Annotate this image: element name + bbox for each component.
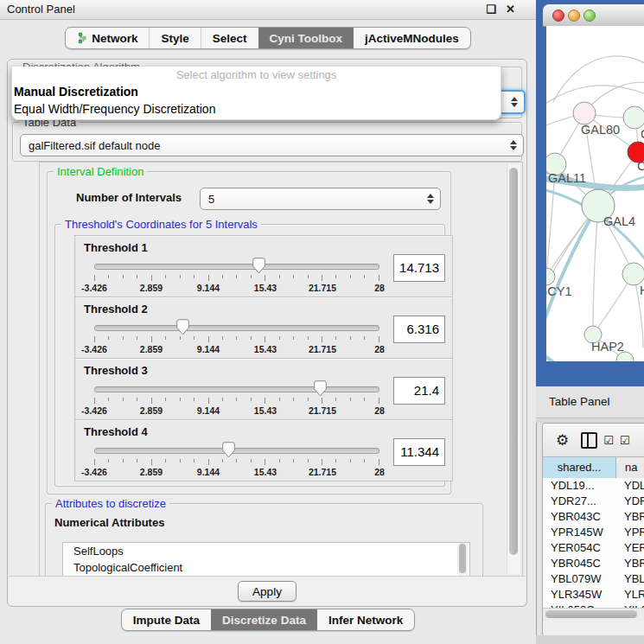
network-canvas[interactable]: GAL80GACGAL11GAL4GCY1HHAP2 [546, 26, 644, 361]
cell-name: YLR3 [615, 587, 644, 603]
tick-mark [94, 336, 95, 342]
threshold-slider[interactable]: -3.4262.8599.14415.4321.71528 [94, 257, 379, 295]
slider-thumb-icon[interactable] [176, 319, 189, 335]
column-header-name[interactable]: na [616, 457, 644, 479]
threshold-slider[interactable]: -3.4262.8599.14415.4321.71528 [94, 318, 379, 356]
table-row[interactable]: YDL19...YDL1 [543, 478, 644, 494]
zoom-traffic-light-icon[interactable] [583, 10, 596, 22]
scale-label: 2.859 [140, 344, 163, 354]
tick-mark [308, 459, 309, 462]
numerical-attributes-list[interactable]: SelfLoopsTopologicalCoefficientBetweenne… [62, 542, 470, 578]
slider-track[interactable] [94, 325, 379, 331]
table-row[interactable]: YBL079WYBL0 [543, 571, 644, 587]
dropdown-item[interactable]: Equal Width/Frequency Discretization [12, 100, 501, 118]
attribute-list-item[interactable]: TopologicalCoefficient [63, 559, 469, 576]
tick-mark [123, 398, 124, 401]
threshold-value-box[interactable]: 14.713 [393, 254, 445, 282]
bottom-tab-discretize-data[interactable]: Discretize Data [211, 609, 317, 630]
cyni-toolbox-panel: Discretization Algorithm Table Data galF… [7, 59, 527, 607]
table-row[interactable]: YDR27...YDR2 [543, 494, 644, 509]
number-of-intervals-combobox[interactable]: 5 [200, 188, 441, 210]
combo-stepper-icon[interactable] [427, 194, 434, 204]
tick-mark [165, 336, 166, 340]
threshold-slider[interactable]: -3.4262.8599.14415.4321.71528 [94, 441, 379, 479]
tab-network[interactable]: Network [66, 28, 149, 48]
threshold-slider[interactable]: -3.4262.8599.14415.4321.71528 [94, 379, 379, 418]
tab-style[interactable]: Style [149, 28, 200, 48]
tab-cyni-toolbox[interactable]: Cyni Toolbox [258, 28, 354, 48]
network-node[interactable] [623, 106, 644, 129]
tick-mark [108, 398, 109, 401]
gear-icon[interactable]: ⚙ [556, 431, 569, 450]
slider-track[interactable] [94, 448, 379, 454]
tick-mark [251, 459, 252, 462]
scale-label: -3.426 [81, 283, 107, 293]
tick-mark [350, 398, 351, 401]
bottom-tab-label: Infer Network [328, 614, 403, 627]
tick-mark [180, 275, 181, 278]
bottom-tab-strip: Impute DataDiscretize DataInfer Network [121, 609, 415, 631]
scale-label: 2.859 [140, 405, 163, 416]
float-window-icon[interactable]: ❑ [486, 0, 496, 19]
apply-button[interactable]: Apply [238, 581, 296, 602]
apply-strip: Apply [9, 576, 526, 606]
tab-select[interactable]: Select [201, 28, 258, 48]
tick-mark [123, 459, 124, 462]
tick-mark [379, 459, 379, 465]
scale-label: 2.859 [140, 283, 163, 293]
checkbox-checked-icon[interactable]: ☑ [620, 434, 630, 447]
table-row[interactable]: YBR045CYBR0 [543, 556, 644, 571]
threshold-label: Threshold 4 [84, 425, 148, 438]
close-traffic-light-icon[interactable] [552, 10, 564, 22]
cell-name: YER0 [615, 540, 644, 556]
table-row[interactable]: YLR345WYLR3 [543, 587, 644, 603]
slider-thumb-icon[interactable] [222, 442, 235, 458]
pane-scrollbar[interactable] [507, 164, 520, 574]
attribute-list-item[interactable]: SelfLoops [63, 543, 469, 559]
network-node[interactable] [573, 102, 596, 124]
bottom-tab-infer-network[interactable]: Infer Network [317, 609, 414, 630]
tick-mark [279, 459, 280, 462]
threshold-value-box[interactable]: 6.316 [393, 316, 445, 343]
bottom-tab-impute-data[interactable]: Impute Data [122, 609, 211, 630]
split-view-icon[interactable] [581, 432, 597, 449]
table-horizontal-scrollbar[interactable] [543, 608, 644, 621]
combo-stepper-icon[interactable] [511, 97, 518, 107]
slider-track[interactable] [94, 264, 379, 270]
tick-mark [194, 336, 194, 340]
scale-label: 28 [374, 344, 385, 354]
table-header-row: shared... na [543, 456, 644, 480]
dropdown-item[interactable]: Manual Discretization [12, 83, 501, 100]
tick-mark [279, 398, 280, 401]
checkbox-checked-icon[interactable]: ☑ [603, 434, 614, 447]
network-node[interactable] [622, 263, 644, 285]
bottom-tab-label: Impute Data [133, 614, 200, 627]
table-row[interactable]: YER054CYER0 [543, 540, 644, 556]
minimize-traffic-light-icon[interactable] [568, 10, 580, 22]
cell-shared-name: YLR345W [543, 587, 615, 603]
table-panel-titlebar: Table Panel [536, 386, 644, 418]
close-window-icon[interactable]: ✕ [506, 0, 515, 19]
threshold-value-box[interactable]: 21.4 [393, 377, 445, 405]
tick-mark [322, 398, 322, 404]
tab-jactivemnodules[interactable]: jActiveMNodules [354, 28, 470, 48]
tick-mark [108, 336, 109, 340]
combo-stepper-icon[interactable] [510, 140, 517, 150]
threshold-value-box[interactable]: 11.344 [393, 438, 445, 466]
slider-thumb-icon[interactable] [314, 380, 327, 397]
attributes-scrollbar[interactable] [457, 543, 468, 578]
slider-thumb-icon[interactable] [252, 258, 265, 274]
cell-name: YDR2 [615, 494, 644, 509]
table-row[interactable]: YPR145WYPR1 [543, 525, 644, 540]
cell-name: YBR0 [615, 556, 644, 571]
tick-mark [222, 459, 223, 462]
slider-track[interactable] [94, 386, 379, 392]
tab-label: Cyni Toolbox [270, 32, 343, 45]
table-data-combobox[interactable]: galFiltered.sif default node [20, 134, 524, 156]
table-row[interactable]: YBR043CYBR0 [543, 509, 644, 525]
tick-mark [322, 275, 322, 281]
tick-mark [279, 336, 280, 340]
column-header-shared-name[interactable]: shared... [543, 457, 616, 479]
tick-mark [123, 275, 124, 278]
algorithm-dropdown-popup: Select algorithm to view settings Manual… [11, 67, 501, 120]
